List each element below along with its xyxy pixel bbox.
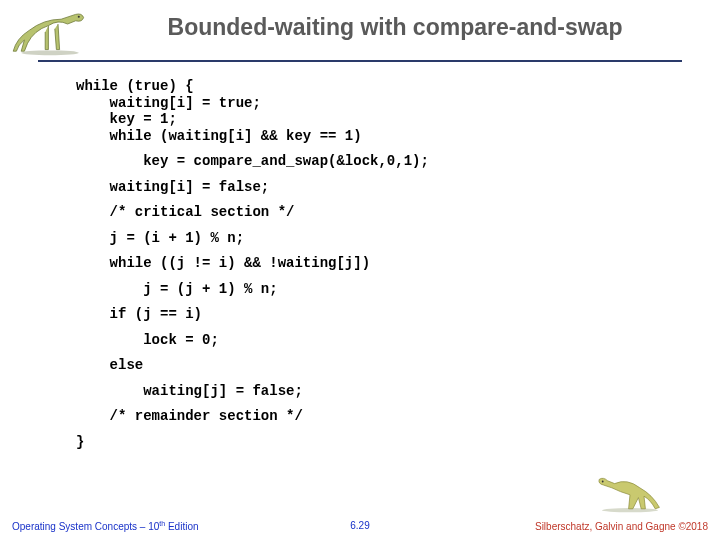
- code-line: waiting[j] = false;: [76, 383, 680, 400]
- code-line: while (waiting[i] && key == 1): [76, 128, 680, 145]
- svg-point-3: [602, 481, 604, 483]
- title-underline: [38, 60, 682, 62]
- code-line: /* remainder section */: [76, 408, 680, 425]
- svg-point-0: [21, 50, 79, 55]
- code-line: key = compare_and_swap(&lock,0,1);: [76, 153, 680, 170]
- code-line: j = (i + 1) % n;: [76, 230, 680, 247]
- code-line: /* critical section */: [76, 204, 680, 221]
- code-block: while (true) { waiting[i] = true; key = …: [76, 78, 680, 500]
- slide-title: Bounded-waiting with compare-and-swap: [90, 8, 710, 41]
- copyright: Silberschatz, Galvin and Gagne ©2018: [370, 521, 708, 532]
- code-line: if (j == i): [76, 306, 680, 323]
- svg-point-1: [78, 16, 80, 18]
- code-line: while ((j != i) && !waiting[j]): [76, 255, 680, 272]
- code-line: waiting[i] = false;: [76, 179, 680, 196]
- code-line: }: [76, 434, 680, 451]
- code-line: j = (j + 1) % n;: [76, 281, 680, 298]
- slide-number: 6.29: [350, 520, 369, 532]
- code-line: else: [76, 357, 680, 374]
- code-line: lock = 0;: [76, 332, 680, 349]
- slide-footer: Operating System Concepts – 10th Edition…: [0, 520, 720, 532]
- edition-word: Edition: [165, 521, 198, 532]
- code-line: while (true) {: [76, 78, 680, 95]
- footer-left: Operating System Concepts – 10th Edition: [12, 520, 350, 532]
- code-line: waiting[i] = true;: [76, 95, 680, 112]
- dinosaur-logo-icon: [10, 8, 90, 56]
- code-line: key = 1;: [76, 111, 680, 128]
- book-title: Operating System Concepts – 10: [12, 521, 159, 532]
- dinosaur-footer-icon: [595, 470, 665, 514]
